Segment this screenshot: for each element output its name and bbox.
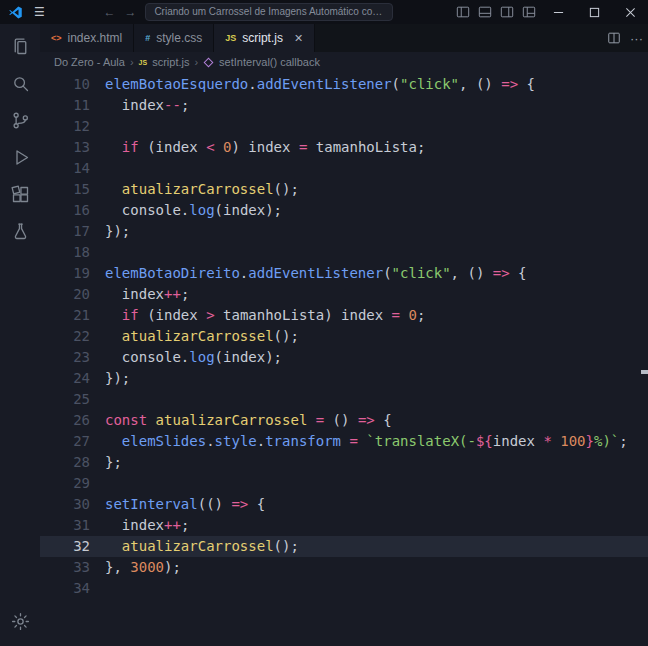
- code-text: if (index > tamanhoLista) index = 0;: [105, 305, 648, 326]
- code-line-26[interactable]: 26const atualizarCarrossel = () => {: [40, 410, 648, 431]
- code-token: =>: [231, 496, 248, 512]
- code-token: ();: [274, 328, 299, 344]
- settings-gear-icon[interactable]: [0, 603, 40, 640]
- breadcrumb-symbol[interactable]: setInterval() callback: [219, 56, 320, 68]
- toggle-panel-icon[interactable]: [474, 0, 496, 24]
- code-token: },: [105, 559, 130, 575]
- explorer-icon[interactable]: [0, 28, 40, 65]
- code-text: index++;: [105, 515, 648, 536]
- code-token: if: [122, 307, 139, 323]
- maximize-button[interactable]: [576, 0, 612, 24]
- code-token: (): [324, 412, 358, 428]
- code-token: =: [316, 412, 324, 428]
- line-number: 12: [40, 116, 105, 137]
- code-line-12[interactable]: 12: [40, 116, 648, 137]
- code-token: elemBotaoEsquerdo: [105, 76, 248, 92]
- code-token: tamanhoLista) index: [215, 307, 392, 323]
- code-token: =: [392, 307, 400, 323]
- code-token: .: [206, 433, 214, 449]
- code-token: [105, 181, 122, 197]
- code-token: elemSlides: [122, 433, 206, 449]
- line-number: 28: [40, 452, 105, 473]
- code-line-27[interactable]: 27 elemSlides.style.transform = `transla…: [40, 431, 648, 452]
- forward-arrow-icon[interactable]: →: [124, 5, 136, 19]
- code-token: ${: [476, 433, 493, 449]
- code-token: ;: [417, 307, 425, 323]
- code-text: };: [105, 452, 648, 473]
- code-line-33[interactable]: 33}, 3000);: [40, 557, 648, 578]
- code-line-11[interactable]: 11 index--;: [40, 95, 648, 116]
- code-text: [105, 242, 648, 263]
- code-line-16[interactable]: 16 console.log(index);: [40, 200, 648, 221]
- code-line-32[interactable]: 32 atualizarCarrossel();: [40, 536, 648, 557]
- code-line-14[interactable]: 14: [40, 158, 648, 179]
- tab-index-html[interactable]: <> index.html: [40, 24, 134, 52]
- back-arrow-icon[interactable]: ←: [103, 5, 115, 19]
- breadcrumb-folder[interactable]: Do Zero - Aula: [54, 56, 125, 68]
- code-line-23[interactable]: 23 console.log(index);: [40, 347, 648, 368]
- code-line-18[interactable]: 18: [40, 242, 648, 263]
- code-token: --: [164, 97, 181, 113]
- line-number: 10: [40, 74, 105, 95]
- code-text: }, 3000);: [105, 557, 648, 578]
- code-line-24[interactable]: 24});: [40, 368, 648, 389]
- titlebar: ☰ ← → Criando um Carrossel de Imagens Au…: [0, 0, 648, 24]
- code-line-31[interactable]: 31 index++;: [40, 515, 648, 536]
- search-icon[interactable]: [0, 65, 40, 102]
- tab-script-js[interactable]: JS script.js ✕: [214, 24, 315, 52]
- code-token: ++: [164, 517, 181, 533]
- close-tab-icon[interactable]: ✕: [294, 32, 303, 45]
- code-line-13[interactable]: 13 if (index < 0) index = tamanhoLista;: [40, 137, 648, 158]
- code-token: [552, 433, 560, 449]
- close-button[interactable]: [612, 0, 648, 24]
- code-editor[interactable]: 10elemBotaoEsquerdo.addEventListener("cl…: [40, 72, 648, 646]
- code-token: , (): [451, 265, 493, 281]
- code-line-10[interactable]: 10elemBotaoEsquerdo.addEventListener("cl…: [40, 74, 648, 95]
- line-number: 22: [40, 326, 105, 347]
- code-line-21[interactable]: 21 if (index > tamanhoLista) index = 0;: [40, 305, 648, 326]
- line-number: 13: [40, 137, 105, 158]
- code-line-34[interactable]: 34: [40, 578, 648, 599]
- code-text: [105, 389, 648, 410]
- tab-label: style.css: [156, 31, 202, 45]
- breadcrumb-file[interactable]: script.js: [152, 56, 189, 68]
- line-number: 14: [40, 158, 105, 179]
- code-token: });: [105, 223, 130, 239]
- code-line-30[interactable]: 30setInterval(() => {: [40, 494, 648, 515]
- tab-strip-empty: [315, 24, 602, 52]
- toggle-secondary-sidebar-icon[interactable]: [496, 0, 518, 24]
- minimize-button[interactable]: [540, 0, 576, 24]
- toggle-sidebar-icon[interactable]: [452, 0, 474, 24]
- code-line-15[interactable]: 15 atualizarCarrossel();: [40, 179, 648, 200]
- command-center-title[interactable]: Criando um Carrossel de Imagens Automáti…: [145, 3, 393, 21]
- source-control-icon[interactable]: [0, 102, 40, 139]
- split-editor-icon[interactable]: [602, 24, 625, 52]
- more-actions-icon[interactable]: ···: [625, 24, 648, 52]
- code-text: [105, 578, 648, 599]
- code-line-17[interactable]: 17});: [40, 221, 648, 242]
- code-text: [105, 473, 648, 494]
- code-token: [105, 538, 122, 554]
- code-line-28[interactable]: 28};: [40, 452, 648, 473]
- run-debug-icon[interactable]: [0, 139, 40, 176]
- code-line-29[interactable]: 29: [40, 473, 648, 494]
- code-token: , (): [459, 76, 501, 92]
- extensions-icon[interactable]: [0, 176, 40, 213]
- tab-style-css[interactable]: # style.css: [134, 24, 214, 52]
- line-number: 31: [40, 515, 105, 536]
- testing-flask-icon[interactable]: [0, 213, 40, 250]
- code-token: if: [122, 139, 139, 155]
- symbol-method-icon: [204, 57, 214, 67]
- code-text: });: [105, 221, 648, 242]
- code-line-22[interactable]: 22 atualizarCarrossel();: [40, 326, 648, 347]
- line-number: 30: [40, 494, 105, 515]
- code-line-19[interactable]: 19elemBotaoDireito.addEventListener("cli…: [40, 263, 648, 284]
- code-token: transform: [265, 433, 341, 449]
- code-text: index--;: [105, 95, 648, 116]
- code-line-20[interactable]: 20 index++;: [40, 284, 648, 305]
- menu-icon[interactable]: ☰: [34, 5, 45, 19]
- line-number: 17: [40, 221, 105, 242]
- code-line-25[interactable]: 25: [40, 389, 648, 410]
- customize-layout-icon[interactable]: [518, 0, 540, 24]
- code-token: [105, 139, 122, 155]
